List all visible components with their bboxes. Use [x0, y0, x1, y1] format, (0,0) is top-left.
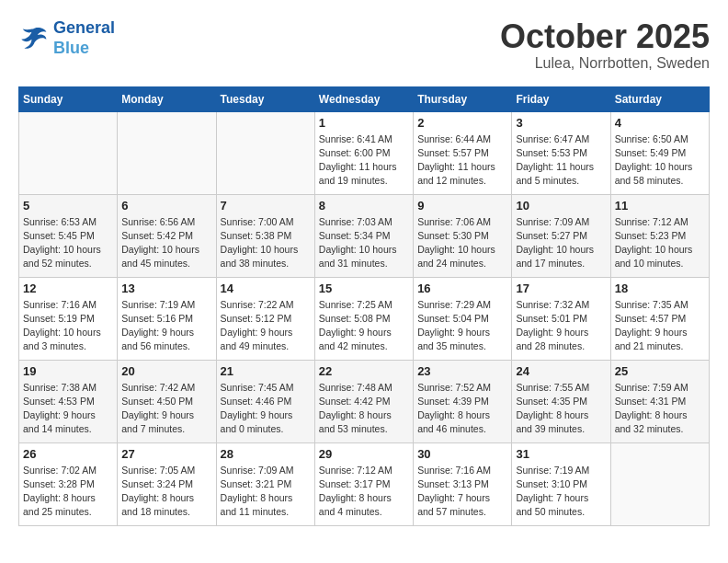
day-number: 14	[221, 282, 311, 295]
day-number: 3	[516, 116, 606, 130]
calendar-cell: 23Sunrise: 7:52 AM Sunset: 4:39 PM Dayli…	[414, 360, 512, 442]
calendar-cell: 22Sunrise: 7:48 AM Sunset: 4:42 PM Dayli…	[314, 360, 413, 442]
calendar-cell: 11Sunrise: 7:12 AM Sunset: 5:23 PM Dayli…	[610, 194, 709, 277]
weekday-header: Wednesday	[314, 86, 413, 111]
calendar-cell: 20Sunrise: 7:42 AM Sunset: 4:50 PM Dayli…	[118, 360, 216, 442]
calendar-cell: 14Sunrise: 7:22 AM Sunset: 5:12 PM Dayli…	[216, 277, 314, 360]
calendar-cell: 10Sunrise: 7:09 AM Sunset: 5:27 PM Dayli…	[512, 194, 610, 277]
day-number: 21	[221, 364, 311, 378]
day-info: Sunrise: 7:06 AM Sunset: 5:30 PM Dayligh…	[417, 215, 507, 271]
day-info: Sunrise: 7:35 AM Sunset: 4:57 PM Dayligh…	[615, 298, 705, 354]
weekday-header: Friday	[512, 86, 610, 111]
calendar-cell: 30Sunrise: 7:16 AM Sunset: 3:13 PM Dayli…	[414, 442, 512, 525]
day-info: Sunrise: 7:59 AM Sunset: 4:31 PM Dayligh…	[615, 381, 705, 437]
calendar-cell: 4Sunrise: 6:50 AM Sunset: 5:49 PM Daylig…	[610, 111, 709, 194]
day-number: 13	[121, 282, 211, 295]
weekday-header: Thursday	[414, 86, 512, 111]
day-number: 12	[23, 282, 113, 295]
calendar-cell: 21Sunrise: 7:45 AM Sunset: 4:46 PM Dayli…	[216, 360, 314, 442]
calendar-cell	[610, 442, 709, 525]
day-info: Sunrise: 6:47 AM Sunset: 5:53 PM Dayligh…	[516, 132, 606, 189]
calendar-cell: 29Sunrise: 7:12 AM Sunset: 3:17 PM Dayli…	[314, 442, 413, 525]
day-info: Sunrise: 6:41 AM Sunset: 6:00 PM Dayligh…	[319, 132, 409, 189]
day-info: Sunrise: 7:16 AM Sunset: 3:13 PM Dayligh…	[417, 464, 507, 520]
day-info: Sunrise: 7:16 AM Sunset: 5:19 PM Dayligh…	[23, 298, 113, 354]
day-number: 28	[221, 447, 311, 461]
calendar-cell: 18Sunrise: 7:35 AM Sunset: 4:57 PM Dayli…	[610, 277, 709, 360]
calendar-cell: 25Sunrise: 7:59 AM Sunset: 4:31 PM Dayli…	[610, 360, 709, 442]
day-number: 5	[23, 199, 113, 213]
day-info: Sunrise: 7:25 AM Sunset: 5:08 PM Dayligh…	[319, 298, 409, 354]
calendar-cell: 19Sunrise: 7:38 AM Sunset: 4:53 PM Dayli…	[19, 360, 118, 442]
day-info: Sunrise: 7:19 AM Sunset: 5:16 PM Dayligh…	[121, 298, 211, 354]
calendar-header: SundayMondayTuesdayWednesdayThursdayFrid…	[19, 86, 710, 111]
calendar-cell: 3Sunrise: 6:47 AM Sunset: 5:53 PM Daylig…	[512, 111, 610, 194]
calendar-week-row: 1Sunrise: 6:41 AM Sunset: 6:00 PM Daylig…	[19, 111, 710, 194]
calendar-week-row: 26Sunrise: 7:02 AM Sunset: 3:28 PM Dayli…	[19, 442, 710, 525]
day-number: 16	[417, 282, 507, 295]
calendar-cell: 6Sunrise: 6:56 AM Sunset: 5:42 PM Daylig…	[118, 194, 216, 277]
weekday-row: SundayMondayTuesdayWednesdayThursdayFrid…	[19, 86, 710, 111]
day-info: Sunrise: 7:52 AM Sunset: 4:39 PM Dayligh…	[417, 381, 507, 437]
calendar-cell	[19, 111, 118, 194]
calendar-cell: 17Sunrise: 7:32 AM Sunset: 5:01 PM Dayli…	[512, 277, 610, 360]
day-info: Sunrise: 6:50 AM Sunset: 5:49 PM Dayligh…	[615, 132, 705, 189]
day-info: Sunrise: 7:12 AM Sunset: 3:17 PM Dayligh…	[319, 464, 409, 520]
day-info: Sunrise: 6:56 AM Sunset: 5:42 PM Dayligh…	[121, 215, 211, 271]
day-info: Sunrise: 6:44 AM Sunset: 5:57 PM Dayligh…	[417, 132, 507, 189]
day-info: Sunrise: 6:53 AM Sunset: 5:45 PM Dayligh…	[23, 215, 113, 271]
calendar-week-row: 19Sunrise: 7:38 AM Sunset: 4:53 PM Dayli…	[19, 360, 710, 442]
day-number: 27	[121, 447, 211, 461]
calendar-cell: 9Sunrise: 7:06 AM Sunset: 5:30 PM Daylig…	[414, 194, 512, 277]
day-number: 31	[516, 447, 606, 461]
calendar-cell: 1Sunrise: 6:41 AM Sunset: 6:00 PM Daylig…	[314, 111, 413, 194]
day-info: Sunrise: 7:05 AM Sunset: 3:24 PM Dayligh…	[121, 464, 211, 520]
day-info: Sunrise: 7:32 AM Sunset: 5:01 PM Dayligh…	[516, 298, 606, 354]
day-number: 15	[319, 282, 409, 295]
day-number: 8	[319, 199, 409, 213]
day-number: 19	[23, 364, 113, 378]
calendar-table: SundayMondayTuesdayWednesdayThursdayFrid…	[18, 86, 710, 526]
logo-icon	[18, 26, 48, 52]
day-info: Sunrise: 7:09 AM Sunset: 5:27 PM Dayligh…	[516, 215, 606, 271]
day-info: Sunrise: 7:00 AM Sunset: 5:38 PM Dayligh…	[221, 215, 311, 271]
calendar-cell: 28Sunrise: 7:09 AM Sunset: 3:21 PM Dayli…	[216, 442, 314, 525]
calendar-cell: 2Sunrise: 6:44 AM Sunset: 5:57 PM Daylig…	[414, 111, 512, 194]
day-number: 30	[417, 447, 507, 461]
page-header: General Blue October 2025 Lulea, Norrbot…	[18, 18, 710, 72]
calendar-cell: 15Sunrise: 7:25 AM Sunset: 5:08 PM Dayli…	[314, 277, 413, 360]
calendar-cell	[216, 111, 314, 194]
weekday-header: Sunday	[19, 86, 118, 111]
calendar-cell: 31Sunrise: 7:19 AM Sunset: 3:10 PM Dayli…	[512, 442, 610, 525]
day-number: 26	[23, 447, 113, 461]
calendar-cell: 12Sunrise: 7:16 AM Sunset: 5:19 PM Dayli…	[19, 277, 118, 360]
day-number: 6	[121, 199, 211, 213]
day-info: Sunrise: 7:55 AM Sunset: 4:35 PM Dayligh…	[516, 381, 606, 437]
day-number: 25	[615, 364, 705, 378]
calendar-cell: 27Sunrise: 7:05 AM Sunset: 3:24 PM Dayli…	[118, 442, 216, 525]
title-block: October 2025 Lulea, Norrbotten, Sweden	[500, 18, 710, 72]
day-info: Sunrise: 7:22 AM Sunset: 5:12 PM Dayligh…	[221, 298, 311, 354]
calendar-cell: 13Sunrise: 7:19 AM Sunset: 5:16 PM Dayli…	[118, 277, 216, 360]
calendar-cell: 8Sunrise: 7:03 AM Sunset: 5:34 PM Daylig…	[314, 194, 413, 277]
calendar-cell: 5Sunrise: 6:53 AM Sunset: 5:45 PM Daylig…	[19, 194, 118, 277]
day-info: Sunrise: 7:03 AM Sunset: 5:34 PM Dayligh…	[319, 215, 409, 271]
calendar-week-row: 5Sunrise: 6:53 AM Sunset: 5:45 PM Daylig…	[19, 194, 710, 277]
location-title: Lulea, Norrbotten, Sweden	[500, 55, 710, 72]
day-number: 9	[417, 199, 507, 213]
calendar-week-row: 12Sunrise: 7:16 AM Sunset: 5:19 PM Dayli…	[19, 277, 710, 360]
day-number: 11	[615, 199, 705, 213]
day-info: Sunrise: 7:45 AM Sunset: 4:46 PM Dayligh…	[221, 381, 311, 437]
day-info: Sunrise: 7:42 AM Sunset: 4:50 PM Dayligh…	[121, 381, 211, 437]
day-info: Sunrise: 7:29 AM Sunset: 5:04 PM Dayligh…	[417, 298, 507, 354]
calendar-cell	[118, 111, 216, 194]
day-info: Sunrise: 7:09 AM Sunset: 3:21 PM Dayligh…	[221, 464, 311, 520]
calendar-cell: 26Sunrise: 7:02 AM Sunset: 3:28 PM Dayli…	[19, 442, 118, 525]
day-number: 18	[615, 282, 705, 295]
day-number: 4	[615, 116, 705, 130]
calendar-cell: 7Sunrise: 7:00 AM Sunset: 5:38 PM Daylig…	[216, 194, 314, 277]
weekday-header: Monday	[118, 86, 216, 111]
day-number: 22	[319, 364, 409, 378]
day-info: Sunrise: 7:02 AM Sunset: 3:28 PM Dayligh…	[23, 464, 113, 520]
day-number: 23	[417, 364, 507, 378]
